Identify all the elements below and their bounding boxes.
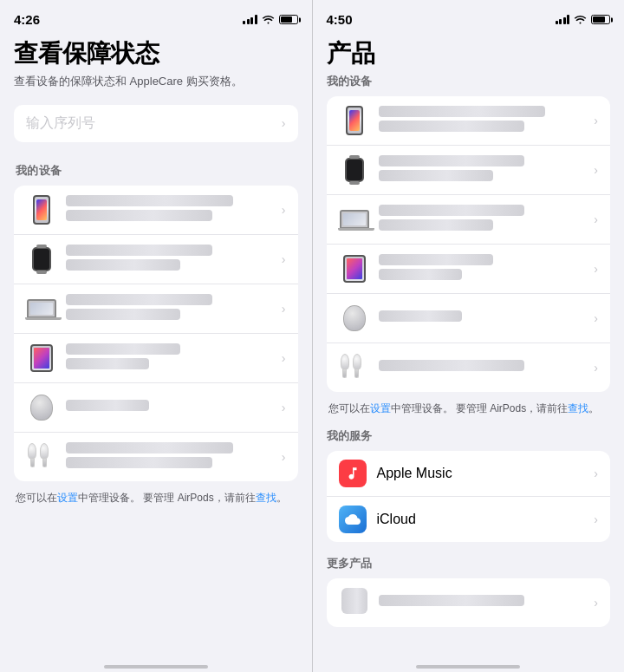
device-macbook-icon — [26, 293, 57, 324]
device-text — [379, 106, 588, 135]
row-chevron-icon: › — [594, 596, 598, 610]
battery-icon — [591, 15, 610, 24]
right-status-icons — [556, 15, 611, 24]
device-homepod-icon — [339, 303, 370, 334]
table-row[interactable]: › — [327, 245, 611, 294]
device-text — [66, 400, 275, 414]
right-time: 4:50 — [327, 12, 353, 27]
right-status-bar: 4:50 — [313, 0, 625, 32]
table-row[interactable]: › — [327, 343, 611, 392]
left-time: 4:26 — [14, 12, 40, 27]
serial-input-row[interactable]: 输入序列号 › — [14, 105, 298, 142]
wifi-icon — [574, 15, 587, 24]
icloud-label: iCloud — [377, 512, 588, 527]
more-products-section: 更多产品 › — [327, 556, 611, 627]
table-row[interactable]: › — [327, 195, 611, 245]
more-products-label: 更多产品 — [327, 556, 611, 571]
right-settings-link[interactable]: 设置 — [370, 402, 391, 414]
table-row[interactable]: › — [14, 235, 298, 284]
table-row[interactable]: iCloud › — [327, 497, 611, 542]
apple-music-icon — [339, 460, 367, 487]
left-status-icons — [243, 15, 298, 24]
device-text — [379, 360, 588, 375]
device-text — [379, 155, 588, 185]
right-my-devices-label: 我的设备 — [327, 74, 611, 89]
device-text — [66, 442, 275, 472]
row-chevron-icon: › — [594, 361, 598, 375]
left-screen-content: 查看保障状态 查看设备的保障状态和 AppleCare 购买资格。 输入序列号 … — [0, 32, 312, 653]
device-iphone-icon — [26, 194, 57, 225]
row-chevron-icon: › — [282, 450, 286, 464]
right-screen-content: 产品 我的设备 › — [313, 32, 625, 653]
row-chevron-icon: › — [282, 351, 286, 365]
row-chevron-icon: › — [282, 203, 286, 217]
device-text — [66, 245, 275, 274]
home-indicator — [104, 665, 208, 669]
right-phone-screen: 4:50 产品 我的设备 — [313, 0, 625, 672]
right-page-title: 产品 — [327, 39, 611, 69]
row-chevron-icon: › — [594, 262, 598, 276]
apple-music-label: Apple Music — [377, 466, 588, 481]
table-row[interactable]: › — [14, 383, 298, 433]
device-text — [379, 310, 588, 325]
services-list: Apple Music › iCloud › — [327, 451, 611, 542]
page-title: 查看保障状态 — [14, 39, 298, 69]
left-phone-screen: 4:26 查看保障状态 查看设备的保障状态和 AppleCare 购买资格。 输… — [0, 0, 312, 672]
settings-link[interactable]: 设置 — [57, 492, 78, 504]
row-chevron-icon: › — [594, 114, 598, 127]
device-text — [379, 205, 588, 234]
table-row[interactable]: › — [14, 284, 298, 334]
device-ipad-icon — [26, 343, 57, 374]
row-chevron-icon: › — [282, 302, 286, 316]
row-chevron-icon: › — [594, 212, 598, 226]
device-airpods-icon — [339, 352, 370, 383]
table-row[interactable]: › — [14, 186, 298, 235]
row-chevron-icon: › — [594, 163, 598, 177]
home-indicator — [416, 665, 520, 669]
bottom-bar — [0, 653, 312, 672]
find-link[interactable]: 查找 — [256, 492, 276, 504]
device-list: › › — [14, 186, 298, 481]
row-chevron-icon: › — [594, 466, 598, 480]
device-text — [66, 343, 275, 373]
row-chevron-icon: › — [594, 512, 598, 526]
right-device-list: › › — [327, 96, 611, 392]
my-devices-label: 我的设备 — [16, 163, 298, 179]
table-row[interactable]: › — [14, 334, 298, 383]
table-row[interactable]: › — [327, 578, 611, 627]
device-watch-icon — [339, 154, 370, 186]
table-row[interactable]: › — [327, 146, 611, 195]
left-status-bar: 4:26 — [0, 0, 312, 32]
right-find-link[interactable]: 查找 — [568, 402, 588, 414]
more-products-list: › — [327, 578, 611, 627]
more-product-icon — [339, 587, 370, 618]
device-watch-icon — [26, 244, 57, 275]
row-chevron-icon: › — [594, 311, 598, 325]
device-macbook-icon — [339, 204, 370, 235]
device-iphone-icon — [339, 105, 370, 136]
serial-placeholder: 输入序列号 — [26, 114, 95, 133]
row-chevron-icon: › — [282, 252, 286, 266]
device-text — [66, 195, 275, 225]
device-text — [379, 595, 588, 610]
chevron-right-icon: › — [282, 116, 286, 130]
device-text — [66, 294, 275, 323]
device-homepod-icon — [26, 392, 57, 423]
row-chevron-icon: › — [282, 401, 286, 414]
device-airpods-icon — [26, 441, 57, 473]
signal-icon — [243, 15, 257, 24]
right-bottom-bar — [313, 653, 625, 672]
my-services-label: 我的服务 — [327, 428, 611, 444]
signal-icon — [556, 15, 570, 24]
table-row[interactable]: › — [327, 96, 611, 146]
page-subtitle: 查看设备的保障状态和 AppleCare 购买资格。 — [14, 74, 298, 89]
icloud-icon — [339, 506, 367, 533]
right-footer-note: 您可以在设置中管理设备。 要管理 AirPods，请前往查找。 — [327, 401, 611, 416]
table-row[interactable]: › — [327, 294, 611, 343]
wifi-icon — [262, 15, 275, 24]
table-row[interactable]: Apple Music › — [327, 451, 611, 497]
table-row[interactable]: › — [14, 433, 298, 481]
device-ipad-icon — [339, 253, 370, 284]
battery-icon — [279, 15, 298, 24]
device-text — [379, 254, 588, 284]
